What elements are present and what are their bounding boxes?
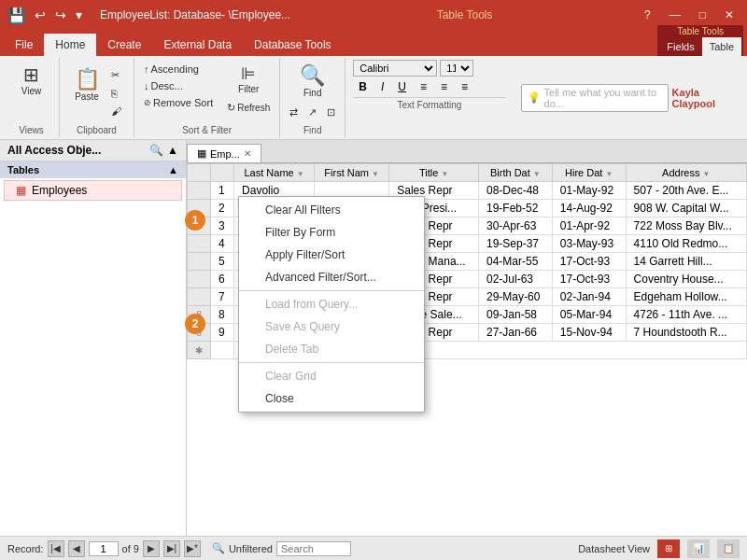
cell-id: 9 — [211, 324, 234, 342]
ribbon-find-group: 🔍 Find ⇄ ↗ ⊡ Find — [280, 58, 345, 137]
ctx-item-apply-filtersort[interactable]: Apply Filter/Sort — [239, 244, 424, 266]
col-header-id[interactable] — [211, 164, 234, 182]
goto-btn[interactable]: ↗ — [304, 105, 320, 120]
context-menu: Clear All FiltersFilter By FormApply Fil… — [238, 196, 425, 413]
table-icon: ▦ — [16, 184, 26, 197]
format-paint-btn[interactable]: 🖌 — [107, 104, 125, 119]
help-search-box[interactable]: 💡 Tell me what you want to do... — [521, 84, 669, 112]
underline-btn[interactable]: U — [392, 78, 412, 95]
cell-address: Coventry House... — [626, 271, 746, 288]
table-tools-group: Table Tools Fields Table — [657, 25, 743, 56]
font-select[interactable]: Calibri — [353, 60, 437, 77]
cell-hiredate: 02-Jan-94 — [552, 288, 626, 306]
maximize-btn[interactable]: □ — [694, 7, 712, 23]
col-header-birthdate[interactable]: Birth Dat ▼ — [479, 164, 553, 182]
nav-last-btn[interactable]: ▶| — [163, 540, 180, 557]
bold-btn[interactable]: B — [353, 78, 373, 95]
nav-next-btn[interactable]: ▶ — [143, 540, 160, 557]
tab-home[interactable]: Home — [44, 34, 96, 56]
ctx-item-filter-by-form[interactable]: Filter By Form — [239, 221, 424, 244]
close-btn[interactable]: ✕ — [719, 7, 740, 23]
find-btn[interactable]: 🔍 Find — [294, 60, 331, 102]
qa-dropdown-btn[interactable]: ▾ — [73, 7, 85, 22]
redo-btn[interactable]: ↪ — [52, 7, 69, 22]
row-selector[interactable] — [188, 288, 211, 306]
pivot-view-btn[interactable]: 📊 — [687, 539, 710, 558]
align-center-btn[interactable]: ≡ — [435, 78, 453, 95]
title-bar-left: 💾 ↩ ↪ ▾ EmployeeList: Database- \Employe… — [7, 7, 290, 24]
copy-btn[interactable]: ⎘ — [107, 86, 125, 101]
col-header-title[interactable]: Title ▼ — [389, 164, 479, 182]
row-selector[interactable] — [188, 182, 211, 200]
doc-tab-employees[interactable]: ▦ Emp... ✕ — [187, 144, 261, 162]
col-header-selector — [188, 164, 211, 182]
remove-sort-btn[interactable]: ⊘ Remove Sort — [140, 95, 217, 110]
ascending-btn[interactable]: ↑ Ascending — [140, 62, 217, 77]
italic-btn[interactable]: I — [375, 78, 389, 95]
badge-2: 2 — [185, 314, 205, 334]
nav-new-btn[interactable]: ▶* — [184, 540, 201, 557]
minimize-btn[interactable]: — — [664, 7, 686, 23]
cell-id: 7 — [211, 288, 234, 306]
datasheet-view-btn[interactable]: ⊞ — [657, 539, 680, 558]
search-input[interactable] — [276, 541, 351, 556]
nav-collapse-icon[interactable]: ▲ — [167, 144, 178, 157]
descending-btn[interactable]: ↓ Desc... — [140, 78, 217, 93]
row-selector[interactable] — [188, 271, 211, 288]
cell-birthdate: 08-Dec-48 — [479, 182, 553, 200]
col-header-address[interactable]: Address ▼ — [626, 164, 746, 182]
tab-file[interactable]: File — [4, 34, 44, 56]
cell-id: 6 — [211, 271, 234, 288]
size-select[interactable]: 11 — [440, 60, 473, 77]
nav-first-btn[interactable]: |◀ — [48, 540, 64, 557]
col-header-firstname[interactable]: First Nam ▼ — [315, 164, 389, 182]
row-selector[interactable] — [188, 235, 211, 253]
nav-title: All Access Obje... — [7, 144, 101, 157]
refresh-btn[interactable]: ↻ Refresh — [223, 100, 274, 116]
view-btn[interactable]: ⊞ View — [13, 60, 50, 100]
status-right: Datasheet View ⊞ 📊 📋 — [578, 539, 740, 558]
tab-external-data[interactable]: External Data — [152, 34, 243, 56]
cell-id: 2 — [211, 200, 234, 217]
tab-table[interactable]: Table — [702, 37, 741, 56]
doc-tab-close-icon[interactable]: ✕ — [244, 148, 251, 159]
ribbon-text-formatting-group: Calibri 11 B I U ≡ ≡ ≡ Text Formatting — [345, 58, 513, 137]
nav-pane: All Access Obje... 🔍 ▲ Tables ▲ ▦ Employ… — [0, 140, 187, 536]
record-nav: Record: |◀ ◀ of 9 ▶ ▶| ▶* 🔍 Unfiltered — [7, 540, 351, 557]
ribbon-views-group: ⊞ View Views — [4, 58, 60, 137]
nav-section-label: Tables — [7, 164, 39, 175]
cut-btn[interactable]: ✂ — [107, 67, 125, 83]
undo-btn[interactable]: ↩ — [32, 7, 49, 22]
record-current-input[interactable] — [89, 541, 119, 556]
tab-fields[interactable]: Fields — [659, 37, 701, 56]
col-header-lastname[interactable]: Last Name ▼ — [234, 164, 315, 182]
doc-tab-label: Emp... — [210, 148, 240, 160]
replace-icon: ⇄ — [289, 106, 298, 119]
nav-section-tables[interactable]: Tables ▲ — [0, 161, 186, 178]
cell-birthdate: 30-Apr-63 — [479, 217, 553, 235]
nav-search-icon[interactable]: 🔍 — [149, 144, 163, 157]
replace-btn[interactable]: ⇄ — [286, 105, 302, 120]
align-right-btn[interactable]: ≡ — [456, 78, 473, 95]
nav-prev-btn[interactable]: ◀ — [68, 540, 85, 557]
help-btn[interactable]: ? — [639, 7, 656, 23]
align-left-btn[interactable]: ≡ — [415, 78, 432, 95]
tab-create[interactable]: Create — [96, 34, 152, 56]
select-btn[interactable]: ⊡ — [323, 105, 339, 120]
ctx-item-clear-all-filters[interactable]: Clear All Filters — [239, 199, 424, 221]
nav-header: All Access Obje... 🔍 ▲ — [0, 140, 186, 161]
row-selector[interactable] — [188, 253, 211, 271]
cell-hiredate: 05-Mar-94 — [552, 306, 626, 324]
ctx-item-close[interactable]: Close — [239, 387, 424, 410]
tab-database-tools[interactable]: Database Tools — [243, 34, 343, 56]
find-icon: 🔍 — [300, 63, 325, 88]
cell-address: 4110 Old Redmo... — [626, 235, 746, 253]
cell-hiredate: 15-Nov-94 — [552, 324, 626, 342]
layout-view-btn[interactable]: 📋 — [717, 539, 740, 558]
paste-btn[interactable]: 📋 Paste — [68, 63, 106, 105]
filter-btn[interactable]: ⊫ Filter — [223, 62, 274, 96]
nav-item-employees[interactable]: ▦ Employees — [4, 180, 182, 201]
ctx-item-advanced-filtersort[interactable]: Advanced Filter/Sort... — [239, 266, 424, 288]
record-label: Record: — [7, 543, 44, 554]
col-header-hiredate[interactable]: Hire Dat ▼ — [552, 164, 626, 182]
